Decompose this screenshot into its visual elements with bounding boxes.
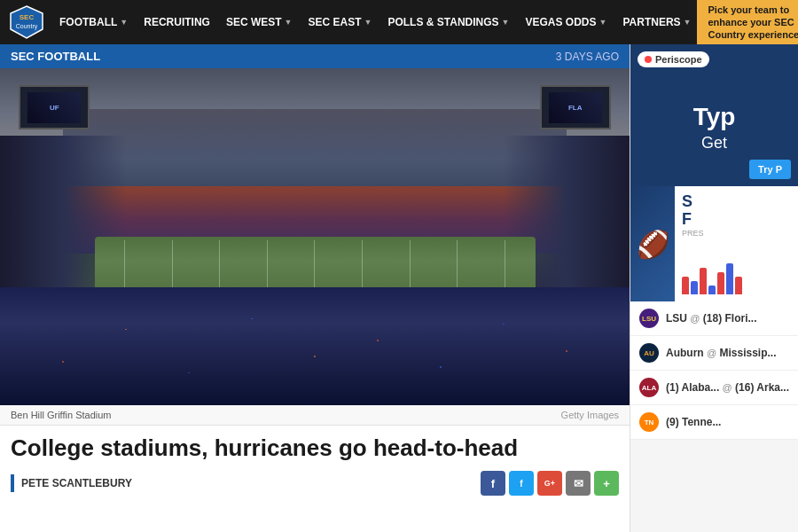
author-area: PETE SCANTLEBURY (11, 474, 132, 492)
matchup-teams: LSU @ (18) Flori... (666, 311, 757, 326)
chart-bar (717, 272, 724, 294)
article-hero-image: UF FLA (0, 68, 630, 405)
right-sidebar: Periscope Typ Get Try P 🏈 SF PRES (630, 44, 798, 532)
matchup-text: (1) Alaba... @ (16) Arka... (666, 380, 789, 395)
googleplus-share-button[interactable]: G+ (537, 471, 562, 496)
author-bar-decoration (11, 474, 14, 492)
games-ad-content: SF PRES (675, 186, 749, 301)
chart-bar (726, 263, 733, 294)
matchup-vs: @ (723, 382, 732, 393)
matchup-item[interactable]: ALA(1) Alaba... @ (16) Arka... (630, 371, 798, 405)
scoreboard-display-right: FLA (549, 92, 602, 123)
field-yard-lines (101, 240, 529, 294)
image-caption-bar: Ben Hill Griffin Stadium Getty Images (0, 405, 630, 426)
facebook-share-button[interactable]: f (481, 471, 505, 496)
live-indicator (645, 56, 652, 63)
matchup-teams: (1) Alaba... @ (16) Arka... (666, 380, 789, 395)
games-ad[interactable]: 🏈 SF PRES (630, 186, 798, 301)
ad-chart (682, 259, 742, 294)
matchup-text: (9) Tenne... (666, 415, 721, 430)
matchup-teams: Auburn @ Mississip... (666, 346, 777, 361)
chart-bar (700, 268, 707, 294)
crowd-dots-layer (0, 297, 630, 405)
periscope-ad-text: Typ Get (685, 96, 745, 161)
games-ad-icon: 🏈 (630, 186, 675, 301)
more-share-button[interactable]: + (594, 471, 619, 496)
scoreboard-right: FLA (540, 85, 611, 129)
article-meta: PETE SCANTLEBURY f f G+ ✉ + (11, 471, 619, 496)
chevron-down-icon: ▼ (285, 18, 293, 27)
matchup-teams: (9) Tenne... (666, 415, 721, 430)
nav-football[interactable]: FOOTBALL ▼ (53, 12, 134, 33)
matchup-item[interactable]: TN(9) Tenne... (630, 405, 798, 440)
article-title-area: College stadiums, hurricanes go head-to-… (0, 426, 630, 503)
main-content: SEC FOOTBALL 3 days ago UF FLA (0, 44, 630, 532)
games-ad-subtitle: PRES (682, 229, 742, 238)
matchups-list: LSULSU @ (18) Flori...AUAuburn @ Mississ… (630, 301, 798, 440)
matchup-vs: @ (690, 313, 700, 324)
nav-polls-standings[interactable]: POLLS & STANDINGS ▼ (381, 12, 515, 33)
social-share-buttons: f f G+ ✉ + (481, 471, 619, 496)
periscope-label: Periscope (655, 54, 702, 65)
chart-bar (708, 286, 716, 294)
svg-text:Country: Country (16, 23, 38, 30)
matchup-vs: @ (707, 348, 716, 358)
image-source-text: Getty Images (561, 410, 619, 420)
article-section-label: SEC FOOTBALL (11, 50, 100, 63)
article-header-bar: SEC FOOTBALL 3 days ago (0, 44, 630, 68)
chevron-down-icon: ▼ (684, 18, 692, 27)
email-share-button[interactable]: ✉ (566, 471, 591, 496)
nav-sec-west[interactable]: SEC WEST ▼ (220, 12, 299, 33)
nav-vegas-odds[interactable]: VEGAS ODDS ▼ (520, 12, 614, 33)
chart-bar (735, 277, 742, 294)
scoreboard-display: UF (27, 92, 81, 123)
periscope-ad[interactable]: Periscope Typ Get Try P (630, 44, 798, 186)
svg-marker-0 (11, 6, 43, 38)
site-logo[interactable]: SEC Country (9, 4, 44, 40)
nav-sec-east[interactable]: SEC EAST ▼ (302, 12, 379, 33)
matchup-text: Auburn @ Mississip... (666, 346, 777, 361)
team-cta-button[interactable]: Pick your team to enhance your SEC Count… (697, 0, 798, 44)
periscope-badge: Periscope (638, 51, 709, 67)
try-periscope-button[interactable]: Try P (749, 160, 791, 179)
nav-recruiting[interactable]: RECRUITING (137, 12, 216, 33)
article-date: 3 days ago (556, 51, 619, 63)
article-title: College stadiums, hurricanes go head-to-… (11, 434, 619, 462)
nav-partners[interactable]: PARTNERS ▼ (616, 12, 697, 33)
svg-text:SEC: SEC (20, 13, 35, 21)
main-layout: SEC FOOTBALL 3 days ago UF FLA (0, 44, 798, 532)
matchup-item[interactable]: AUAuburn @ Mississip... (630, 336, 798, 371)
main-nav: FOOTBALL ▼ RECRUITING SEC WEST ▼ SEC EAS… (53, 12, 697, 33)
image-caption-text: Ben Hill Griffin Stadium (11, 410, 112, 420)
chevron-down-icon: ▼ (502, 18, 510, 27)
mascot-icon: 🏈 (637, 229, 669, 260)
upper-deck-layer (63, 109, 567, 193)
chevron-down-icon: ▼ (364, 18, 372, 27)
matchup-item[interactable]: LSULSU @ (18) Flori... (630, 301, 798, 336)
chevron-down-icon: ▼ (599, 18, 607, 27)
matchup-text: LSU @ (18) Flori... (666, 311, 757, 326)
author-name: PETE SCANTLEBURY (21, 477, 132, 489)
scoreboard-left: UF (19, 85, 90, 129)
chart-bar (682, 277, 689, 294)
team-logo: TN (639, 412, 659, 432)
twitter-share-button[interactable]: f (509, 471, 534, 496)
chart-bar (691, 281, 698, 294)
chevron-down-icon: ▼ (120, 18, 128, 27)
team-logo: LSU (639, 309, 659, 328)
team-logo: ALA (639, 378, 659, 397)
top-banner: SEC Country FOOTBALL ▼ RECRUITING SEC WE… (0, 0, 798, 44)
team-logo: AU (639, 343, 659, 363)
games-ad-title: SF (682, 193, 742, 229)
